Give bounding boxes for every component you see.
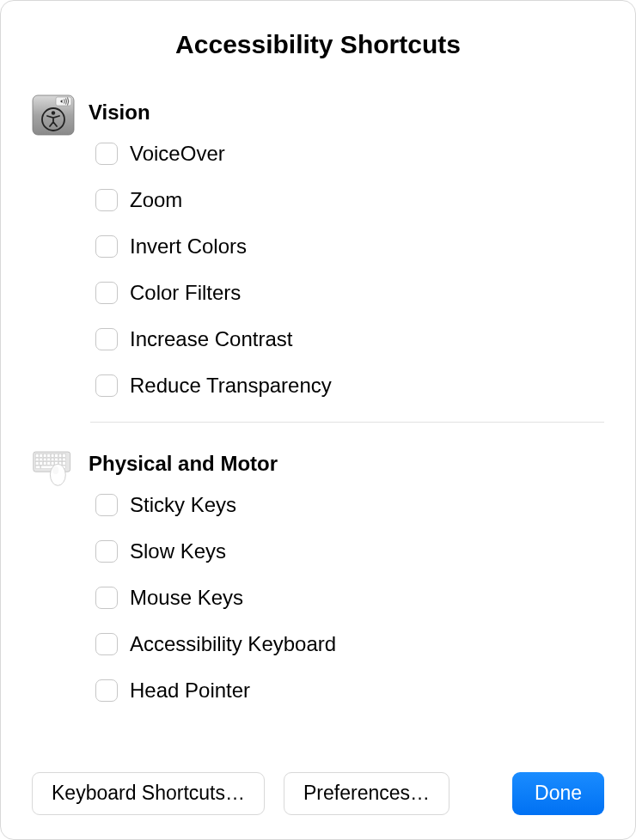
svg-rect-7 [43,454,46,458]
svg-rect-22 [40,462,43,466]
option-label-reduce-transparency: Reduce Transparency [130,374,332,398]
option-sticky-keys: Sticky Keys [95,493,604,517]
section-physical-motor: Physical and Motor Sticky Keys Slow Keys… [32,448,604,703]
option-head-pointer: Head Pointer [95,679,604,703]
keyboard-mouse-icon [32,445,75,488]
svg-rect-24 [47,462,51,466]
option-label-voiceover: VoiceOver [130,142,225,166]
vision-accessibility-icon [32,94,75,137]
option-label-zoom: Zoom [130,188,182,212]
footer-buttons: Keyboard Shortcuts… Preferences… Done [32,746,604,815]
section-physical-body: Physical and Motor Sticky Keys Slow Keys… [89,448,604,703]
panel-title: Accessibility Shortcuts [32,30,604,59]
keyboard-shortcuts-button[interactable]: Keyboard Shortcuts… [32,772,265,815]
checkbox-sticky-keys[interactable] [95,494,118,516]
option-accessibility-keyboard: Accessibility Keyboard [95,632,604,656]
section-vision-body: Vision VoiceOver Zoom Invert Colors Colo… [89,97,604,398]
svg-rect-5 [35,454,39,458]
physical-options: Sticky Keys Slow Keys Mouse Keys Accessi… [95,493,604,703]
option-label-sticky-keys: Sticky Keys [130,493,236,517]
checkbox-voiceover[interactable] [95,143,118,165]
svg-rect-9 [51,454,54,458]
svg-rect-17 [51,458,54,461]
option-label-slow-keys: Slow Keys [130,539,226,563]
checkbox-reduce-transparency[interactable] [95,374,118,397]
divider [90,422,604,423]
option-slow-keys: Slow Keys [95,539,604,563]
accessibility-shortcuts-panel: Accessibility Shortcuts [0,0,636,840]
svg-rect-14 [40,458,43,461]
option-label-color-filters: Color Filters [130,281,241,305]
section-physical-title: Physical and Motor [89,452,604,476]
svg-rect-29 [35,466,40,469]
svg-rect-21 [35,462,39,466]
checkbox-head-pointer[interactable] [95,679,118,702]
svg-rect-1 [56,97,71,106]
checkbox-color-filters[interactable] [95,282,118,304]
svg-rect-16 [47,458,51,461]
svg-rect-25 [51,462,54,466]
option-label-accessibility-keyboard: Accessibility Keyboard [130,632,336,656]
svg-rect-15 [43,458,46,461]
checkbox-zoom[interactable] [95,189,118,211]
checkbox-mouse-keys[interactable] [95,587,118,609]
checkbox-invert-colors[interactable] [95,235,118,258]
svg-rect-6 [40,454,43,458]
option-label-mouse-keys: Mouse Keys [130,586,243,610]
option-increase-contrast: Increase Contrast [95,327,604,351]
option-color-filters: Color Filters [95,281,604,305]
svg-rect-18 [55,458,58,461]
option-invert-colors: Invert Colors [95,234,604,259]
option-label-head-pointer: Head Pointer [130,679,250,703]
option-reduce-transparency: Reduce Transparency [95,374,604,398]
vision-options: VoiceOver Zoom Invert Colors Color Filte… [95,142,604,398]
option-label-increase-contrast: Increase Contrast [130,327,292,351]
svg-rect-10 [55,454,58,458]
svg-point-32 [50,464,65,485]
option-voiceover: VoiceOver [95,142,604,166]
svg-point-3 [52,111,55,114]
svg-rect-11 [58,454,62,458]
svg-point-33 [52,466,58,474]
svg-rect-13 [35,458,39,461]
svg-rect-20 [63,458,66,461]
option-zoom: Zoom [95,188,604,212]
option-label-invert-colors: Invert Colors [130,234,247,259]
svg-rect-28 [63,462,66,466]
checkbox-slow-keys[interactable] [95,540,118,563]
svg-rect-23 [43,462,46,466]
svg-rect-12 [63,454,66,458]
section-vision-title: Vision [89,100,604,125]
checkbox-increase-contrast[interactable] [95,328,118,350]
svg-rect-19 [58,458,62,461]
done-button[interactable]: Done [512,772,604,815]
checkbox-accessibility-keyboard[interactable] [95,633,118,655]
option-mouse-keys: Mouse Keys [95,586,604,610]
preferences-button[interactable]: Preferences… [284,772,449,815]
svg-rect-8 [47,454,51,458]
section-vision: Vision VoiceOver Zoom Invert Colors Colo… [32,97,604,398]
